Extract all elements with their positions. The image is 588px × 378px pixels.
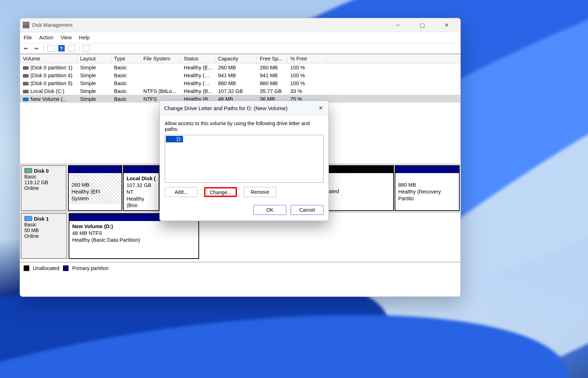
legend-unallocated-label: Unallocated [33,265,59,271]
part-name: Local Disk ( [127,175,156,182]
legend-primary-label: Primary partition [72,265,109,271]
toolbar-refresh-icon[interactable] [68,45,75,51]
col-free[interactable]: Free Sp... [257,54,287,63]
part-status: Healthy (Basic Data Partition) [72,237,196,244]
column-headers[interactable]: Volume Layout Type File System Status Ca… [20,54,460,63]
legend-unallocated-swatch [24,265,29,271]
dialog-title: Change Drive Letter and Paths for D: (Ne… [164,105,287,111]
col-type[interactable]: Type [111,54,140,63]
part-name: New Volume (D:) [72,223,196,230]
volume-row[interactable]: (Disk 0 partition 5)SimpleBasicHealthy (… [20,79,460,87]
volume-row[interactable]: (Disk 0 partition 1)SimpleBasicHealthy (… [20,63,460,71]
disk0-size: 119.12 GB [24,180,63,185]
volume-row[interactable]: (Disk 0 partition 4)SimpleBasicHealthy (… [20,71,460,79]
remove-button[interactable]: Remove [243,187,276,197]
maximize-button[interactable]: ▢ [414,22,430,29]
change-drive-letter-dialog: Change Drive Letter and Paths for D: (Ne… [159,100,329,221]
dialog-message: Allow access to this volume by using the… [165,121,323,132]
part-status: ated [329,188,390,195]
back-icon[interactable]: ⬅ [22,45,29,52]
drive-icon [167,137,174,142]
drive-letter-listbox[interactable]: D: [165,135,323,183]
partition-recovery[interactable]: 880 MB Healthy (Recovery Partitic [395,165,460,211]
part-size: 260 MB [71,182,119,188]
menu-file[interactable]: File [24,35,32,40]
menu-view[interactable]: View [61,35,72,40]
toolbar-view-icon[interactable] [48,45,55,51]
titlebar[interactable]: Disk Management ─ ▢ ✕ [20,18,460,32]
cancel-button[interactable]: Cancel [291,205,323,215]
change-button[interactable]: Change... [204,187,237,197]
window-title: Disk Management [32,22,73,28]
part-status: Healthy (EFI System [71,188,119,202]
ok-button[interactable]: OK [253,205,286,215]
minimize-button[interactable]: ─ [390,22,406,29]
part-size: 107.32 GB NT [127,182,156,196]
col-status[interactable]: Status [181,54,215,63]
partition-c[interactable]: Local Disk ( 107.32 GB NT Healthy (Boo [123,165,159,211]
col-capacity[interactable]: Capacity [215,54,257,63]
toolbar: ⬅ ➡ ? [20,43,460,54]
legend-primary-swatch [63,265,69,271]
menu-action[interactable]: Action [39,35,53,40]
col-pctfree[interactable]: % Free [287,54,327,63]
part-size: 48 MB NTFS [72,230,196,237]
disk0-info[interactable]: Disk 0 Basic 119.12 GB Online [21,165,66,211]
disk1-type: Basic [24,222,64,227]
help-icon[interactable]: ? [58,45,65,51]
col-volume[interactable]: Volume [20,54,77,63]
col-layout[interactable]: Layout [77,54,111,63]
menu-bar: File Action View Help [20,32,460,43]
dialog-titlebar[interactable]: Change Drive Letter and Paths for D: (Ne… [160,101,328,116]
add-button[interactable]: Add... [165,187,198,197]
disk1-state: Online [24,233,64,239]
disk0-name: Disk 0 [34,168,49,174]
partition-efi[interactable]: 260 MB Healthy (EFI System [68,165,122,211]
toolbar-list-icon[interactable] [83,45,90,51]
disk-icon [24,168,32,173]
forward-icon[interactable]: ➡ [33,45,40,52]
drive-letter-label: D: [177,136,182,142]
part-status: Healthy (Recovery Partitic [398,188,456,202]
disk1-size: 50 MB [24,227,64,233]
volume-row[interactable]: Local Disk (C:)SimpleBasicNTFS (BitLo...… [20,87,460,95]
partition-unallocated[interactable]: ated [325,165,394,211]
disk1-info[interactable]: Disk 1 Basic 50 MB Online [21,213,67,259]
disk-icon [24,216,32,221]
legend: Unallocated Primary partition [20,262,460,274]
part-size: 880 MB [398,182,456,188]
menu-help[interactable]: Help [79,35,90,40]
disk0-type: Basic [24,174,63,180]
app-icon [23,22,29,28]
drive-letter-item[interactable]: D: [166,136,183,142]
dialog-close-button[interactable]: ✕ [317,105,324,111]
col-filesystem[interactable]: File System [140,54,181,63]
disk1-name: Disk 1 [34,216,49,222]
disk0-state: Online [24,185,63,191]
close-button[interactable]: ✕ [438,22,455,29]
part-status: Healthy (Boo [127,196,156,209]
